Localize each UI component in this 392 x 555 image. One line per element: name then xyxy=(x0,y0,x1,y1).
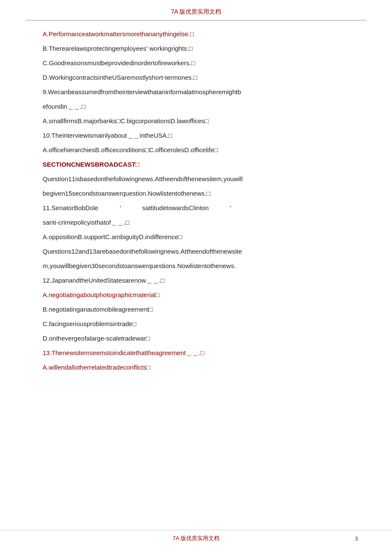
line-a-negotiating-photo: A.negotiatingaboutphotographicmaterial□ xyxy=(43,290,349,300)
line-a-performance: A.Performanceatworkmattersmorethananythi… xyxy=(43,29,349,39)
line-abcd-firms: A.smallfirmsB.majorbanks□C.bigcorporatio… xyxy=(43,116,349,126)
main-content: A.Performanceatworkmattersmorethananythi… xyxy=(0,20,392,411)
page-header: 7A 版优质实用文档 xyxy=(26,0,366,20)
page-footer: 7A 版优质实用文档 3 xyxy=(0,530,392,542)
line-q11-intro-1: Question11isbasedonthefollowingnews.Atth… xyxy=(43,174,349,184)
line-opposition: A.oppositionB.supportC.ambiguityD.indiff… xyxy=(43,232,349,242)
footer-page-number: 3 xyxy=(355,535,358,542)
line-b-laws: B.Therearelawsprotectingemployees' worki… xyxy=(43,43,349,54)
line-q11-1: 11.SenatorBobDole ' sattitudetowardsClin… xyxy=(43,203,349,213)
line-d-onthe: D.onthevergeofalarge-scaletradewar□ xyxy=(43,333,349,344)
section-header: SECTIONCNEWSBROADCAST□ xyxy=(43,159,349,170)
header-title: 7A 版优质实用文档 xyxy=(171,8,221,15)
line-office: A.officehierarchiesB.officeconditions□C.… xyxy=(43,145,349,155)
line-q9: 9.Wecanbeassumedfromtheinterviewthatanin… xyxy=(43,87,349,97)
footer-title: 7A 版优质实用文档 xyxy=(26,535,366,542)
line-c-facing: C.facingseriousproblemsintrade□ xyxy=(43,319,349,329)
line-b-negotiating-auto: B.negotiatinganautomobileagreement□ xyxy=(43,304,349,315)
line-q11-intro-2: begiven15secondstoanswerquestion.Nowlist… xyxy=(43,188,349,199)
line-q1213-intro-1: Questions12and13arebasedonthefollowingne… xyxy=(43,246,349,257)
line-c-good: C.Goodreasonsmustbeprovidedinordertofire… xyxy=(43,58,349,68)
line-a-willend: A.willendallotherrelatedtradeconflicts□ xyxy=(43,362,349,373)
line-q10: 10.Theinterviewismainlyabout＿＿intheUSA.□ xyxy=(43,130,349,141)
line-q13: 13.Thenewsitemseemstoindicatethattheagre… xyxy=(43,348,349,358)
line-q11-2: santi-crimepolicyisthatof＿＿.□ xyxy=(43,217,349,228)
line-q9-cont: efoundin＿＿.□ xyxy=(43,101,349,112)
line-d-working: D.WorkingcontractsintheUSaremostlyshort-… xyxy=(43,72,349,83)
line-q1213-intro-2: m,youwillbegiven30secondstoanswerquestio… xyxy=(43,261,349,271)
line-q12: 12.JapanandtheUnitedStatesarenow＿＿.□ xyxy=(43,275,349,286)
